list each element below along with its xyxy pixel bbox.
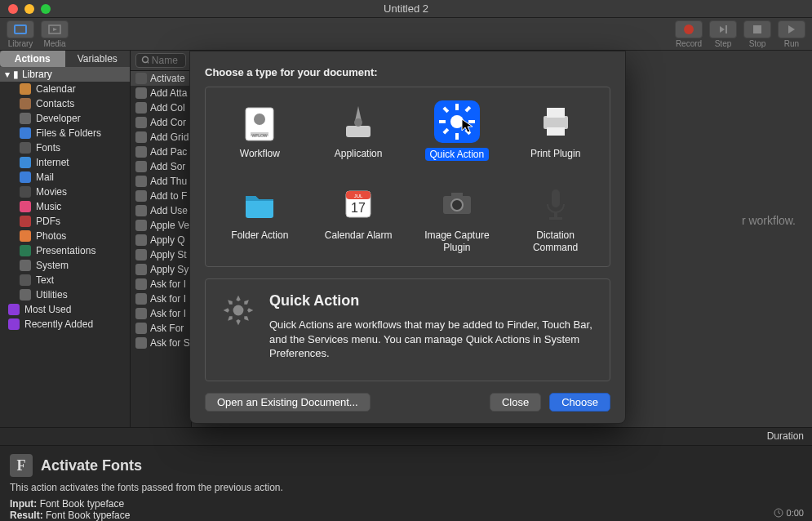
library-item-text[interactable]: Text bbox=[0, 273, 130, 287]
toolbar-run-button[interactable]: Run bbox=[778, 20, 805, 48]
action-item[interactable]: Add Atta bbox=[131, 86, 191, 100]
doc-type-label: Folder Action bbox=[231, 229, 288, 241]
svg-line-2 bbox=[148, 62, 149, 65]
search-bar bbox=[131, 51, 191, 71]
action-item-label: Ask for S bbox=[150, 337, 190, 349]
library-item-utilities[interactable]: Utilities bbox=[0, 287, 130, 302]
action-item[interactable]: Ask for I bbox=[131, 292, 191, 306]
action-item-label: Apply Sy bbox=[150, 264, 189, 275]
library-item-label: Recently Added bbox=[24, 318, 93, 330]
action-item-label: Add Atta bbox=[150, 87, 187, 99]
library-item-presentations[interactable]: Presentations bbox=[0, 243, 130, 258]
tab-variables[interactable]: Variables bbox=[65, 51, 131, 67]
action-item[interactable]: Add Grid bbox=[131, 130, 191, 145]
library-item-recently-added[interactable]: Recently Added bbox=[0, 317, 130, 332]
library-item-calendar[interactable]: Calendar bbox=[0, 82, 130, 96]
action-item[interactable]: Add Sor bbox=[131, 159, 191, 174]
doc-type-quick-action[interactable]: Quick Action bbox=[408, 97, 507, 164]
action-item[interactable]: Apply Sy bbox=[131, 262, 191, 277]
action-icon bbox=[135, 176, 147, 187]
doc-type-print-plugin[interactable]: Print Plugin bbox=[506, 97, 605, 164]
action-icon bbox=[135, 190, 147, 202]
doc-type-workflow[interactable]: WFLOWWorkflow bbox=[211, 97, 309, 164]
toolbar-library-button[interactable]: Library bbox=[7, 20, 34, 48]
library-header-label: Library bbox=[22, 69, 52, 80]
library-item-developer[interactable]: Developer bbox=[0, 111, 130, 126]
application-icon bbox=[335, 100, 381, 143]
svg-rect-14 bbox=[468, 120, 475, 123]
font-icon bbox=[135, 73, 147, 84]
quick-action-icon bbox=[434, 100, 480, 143]
doc-type-label: Workflow bbox=[240, 148, 280, 159]
action-item[interactable]: Ask for S bbox=[131, 336, 191, 350]
action-item[interactable]: Add Cor bbox=[131, 115, 191, 130]
canvas-placeholder-text: r workflow. bbox=[742, 214, 796, 227]
action-item[interactable]: Add Thu bbox=[131, 174, 191, 189]
library-item-fonts[interactable]: Fonts bbox=[0, 140, 130, 155]
toolbar-library-label: Library bbox=[8, 39, 33, 48]
action-item[interactable]: Apply Q bbox=[131, 233, 191, 247]
library-item-label: Developer bbox=[36, 113, 81, 124]
search-input[interactable] bbox=[152, 55, 180, 66]
doc-type-calendar-alarm[interactable]: JUL17Calendar Alarm bbox=[309, 179, 408, 256]
svg-text:WFLOW: WFLOW bbox=[252, 133, 268, 138]
action-item[interactable]: Ask For bbox=[131, 321, 191, 336]
action-item[interactable]: Ask for I bbox=[131, 306, 191, 321]
svg-rect-21 bbox=[547, 127, 565, 136]
library-item-music[interactable]: Music bbox=[0, 199, 130, 214]
library-item-pdfs[interactable]: PDFs bbox=[0, 214, 130, 229]
library-item-system[interactable]: System bbox=[0, 258, 130, 273]
category-icon bbox=[20, 113, 31, 124]
info-title: Activate Fonts bbox=[41, 457, 142, 474]
action-item[interactable]: Add Col bbox=[131, 100, 191, 115]
library-header[interactable]: ▾ ▮ Library bbox=[0, 67, 130, 82]
doc-type-image-capture-plugin[interactable]: Image Capture Plugin bbox=[408, 179, 507, 256]
media-icon bbox=[41, 20, 69, 38]
svg-rect-31 bbox=[549, 217, 562, 220]
library-item-contacts[interactable]: Contacts bbox=[0, 96, 130, 111]
doc-type-dictation-command[interactable]: Dictation Command bbox=[506, 179, 605, 256]
doc-type-folder-action[interactable]: Folder Action bbox=[211, 179, 309, 256]
tab-actions[interactable]: Actions bbox=[0, 51, 65, 67]
library-item-most-used[interactable]: Most Used bbox=[0, 302, 130, 317]
toolbar-stop-button[interactable]: Stop bbox=[743, 20, 771, 48]
choose-button[interactable]: Choose bbox=[549, 393, 610, 412]
library-item-internet[interactable]: Internet bbox=[0, 155, 130, 170]
library-item-photos[interactable]: Photos bbox=[0, 229, 130, 243]
library-item-label: Presentations bbox=[36, 245, 95, 256]
library-item-label: Fonts bbox=[36, 142, 60, 154]
library-item-mail[interactable]: Mail bbox=[0, 170, 130, 185]
category-icon bbox=[20, 98, 31, 109]
category-icon bbox=[20, 142, 31, 154]
action-item[interactable]: Add to F bbox=[131, 189, 191, 203]
doc-type-application[interactable]: Application bbox=[309, 97, 408, 164]
library-item-files-folders[interactable]: Files & Folders bbox=[0, 126, 130, 140]
action-item-label: Add Thu bbox=[150, 176, 187, 187]
action-item[interactable]: Add Use bbox=[131, 203, 191, 218]
svg-rect-12 bbox=[455, 133, 459, 140]
open-existing-button[interactable]: Open an Existing Document... bbox=[205, 393, 371, 412]
action-item[interactable]: Apple Ve bbox=[131, 218, 191, 233]
library-item-movies[interactable]: Movies bbox=[0, 185, 130, 199]
sheet-button-row: Open an Existing Document... Close Choos… bbox=[205, 393, 610, 412]
category-icon bbox=[8, 318, 20, 330]
toolbar-record-label: Record bbox=[676, 39, 702, 48]
action-icon bbox=[135, 337, 147, 349]
library-item-label: Calendar bbox=[36, 83, 76, 95]
toolbar-step-button[interactable]: Step bbox=[709, 20, 737, 48]
sheet-prompt: Choose a type for your document: bbox=[205, 66, 610, 78]
svg-rect-30 bbox=[554, 212, 557, 217]
close-button[interactable]: Close bbox=[490, 393, 541, 412]
category-icon bbox=[20, 289, 31, 301]
actions-list-header[interactable]: Activate bbox=[131, 71, 191, 86]
toolbar-step-label: Step bbox=[715, 39, 732, 48]
action-item[interactable]: Add Pac bbox=[131, 145, 191, 159]
toolbar-record-button[interactable]: Record bbox=[675, 20, 703, 48]
print-plugin-icon bbox=[533, 100, 579, 143]
action-icon bbox=[135, 146, 147, 158]
category-icon bbox=[20, 83, 31, 95]
action-item[interactable]: Apply St bbox=[131, 247, 191, 262]
action-icon bbox=[135, 234, 147, 246]
action-item[interactable]: Ask for I bbox=[131, 277, 191, 292]
toolbar-media-button[interactable]: Media bbox=[41, 20, 69, 48]
